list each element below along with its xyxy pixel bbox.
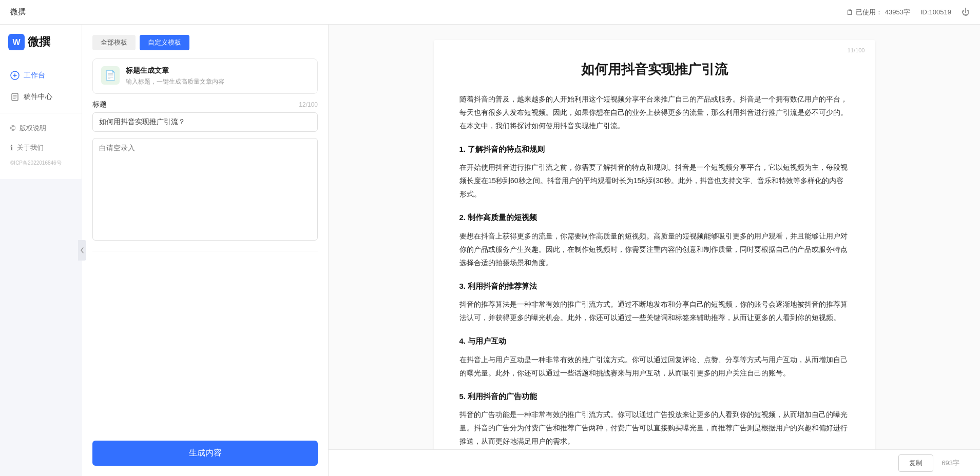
template-card-icon: 📄 [101,66,120,85]
article-section-para: 要想在抖音上获得更多的流量，你需要制作高质量的短视频。高质量的短视频能够吸引更多… [459,230,850,270]
template-tabs: 全部模板 自定义模板 [92,35,318,50]
word-count: 693字 [941,459,959,468]
right-panel: 11/100 如何用抖音实现推广引流 随着抖音的普及，越来越多的人开始利用这个短… [329,25,980,476]
sidebar-label-drafts: 稿件中心 [24,92,52,102]
sidebar-item-workbench[interactable]: 工作台 [0,65,82,86]
template-card-desc: 输入标题，一键生成高质量文章内容 [126,77,309,86]
tab-all-templates[interactable]: 全部模板 [92,35,136,50]
article-section-heading: 1. 了解抖音的特点和规则 [459,142,850,156]
title-count: 12/100 [299,101,318,108]
template-card-headline[interactable]: 📄 标题生成文章 输入标题，一键生成高质量文章内容 [92,58,318,94]
title-input[interactable] [92,112,318,132]
sidebar-item-about[interactable]: ℹ 关于我们 [0,138,82,157]
page-num: 11/100 [848,47,865,53]
copyright-icon: © [10,124,15,132]
logo-icon: W [8,34,25,50]
usage-icon: 🗒 [846,8,853,16]
article-section-para: 随着抖音的普及，越来越多的人开始利用这个短视频分享平台来推广自己的产品或服务。抖… [459,93,850,133]
content-area: 全部模板 自定义模板 📄 标题生成文章 输入标题，一键生成高质量文章内容 标题 … [82,25,980,476]
left-panel: 全部模板 自定义模板 📄 标题生成文章 输入标题，一键生成高质量文章内容 标题 … [82,25,329,476]
article-section-heading: 4. 与用户互动 [459,334,850,348]
divider [92,251,318,251]
collapse-btn[interactable] [78,240,86,261]
title-field-container: 标题 12/100 [92,100,318,132]
sidebar-bottom: © 版权说明 ℹ 关于我们 ©ICP备2022016846号 [0,113,82,179]
sidebar-logo: W 微撰 [0,25,82,60]
article-section-heading: 5. 利用抖音的广告功能 [459,389,850,404]
usage-count: 43953字 [885,8,910,17]
template-card-content: 标题生成文章 输入标题，一键生成高质量文章内容 [126,66,309,86]
sidebar: W 微撰 工作台 [0,25,82,179]
sidebar-item-copyright[interactable]: © 版权说明 [0,118,82,138]
sidebar-nav: 工作台 稿件中心 [0,60,82,113]
article-page: 11/100 如何用抖音实现推广引流 随着抖音的普及，越来越多的人开始利用这个短… [434,40,875,476]
workbench-icon [10,71,20,80]
sidebar-label-copyright: 版权说明 [20,124,46,133]
topbar-id: ID:100519 [920,8,951,16]
article-body: 随着抖音的普及，越来越多的人开始利用这个短视频分享平台来推广自己的产品或服务。抖… [459,93,850,448]
main-layout: W 微撰 工作台 [0,25,980,476]
template-card-title: 标题生成文章 [126,66,309,75]
title-label: 标题 [92,100,107,109]
about-icon: ℹ [10,144,13,152]
article-section-heading: 2. 制作高质量的短视频 [459,210,850,225]
article-title: 如何用抖音实现推广引流 [459,61,850,78]
power-icon[interactable]: ⏻ [962,8,970,17]
sidebar-container: W 微撰 工作台 [0,25,82,476]
topbar-right: 🗒 已使用： 43953字 ID:100519 ⏻ [846,8,970,17]
sidebar-copyright: ©ICP备2022016846号 [0,157,82,169]
copy-btn[interactable]: 复制 [898,454,933,472]
extra-textarea[interactable] [92,138,318,241]
right-panel-bottom: 复制 693字 [329,449,980,476]
article-section-heading: 3. 利用抖音的推荐算法 [459,279,850,293]
article-section-para: 抖音的广告功能是一种非常有效的推广引流方式。你可以通过广告投放来让更多的人看到你… [459,408,850,448]
logo-text: 微撰 [28,34,50,50]
topbar-title: 微撰 [10,7,26,17]
sidebar-label-about: 关于我们 [17,143,44,152]
generate-btn[interactable]: 生成内容 [92,441,318,466]
svg-text:W: W [12,38,21,47]
article-section-para: 在抖音上与用户互动是一种非常有效的推广引流方式。你可以通过回复评论、点赞、分享等… [459,353,850,380]
article-section-para: 抖音的推荐算法是一种非常有效的推广引流方式。通过不断地发布和分享自己的短视频，你… [459,298,850,325]
usage-label: 已使用： [856,8,882,17]
sidebar-label-workbench: 工作台 [24,71,45,80]
drafts-icon [10,92,20,102]
topbar-usage: 🗒 已使用： 43953字 [846,8,910,17]
article-section-para: 在开始使用抖音进行推广引流之前，你需要了解抖音的特点和规则。抖音是一个短视频分享… [459,161,850,201]
sidebar-item-drafts[interactable]: 稿件中心 [0,86,82,108]
topbar: 微撰 🗒 已使用： 43953字 ID:100519 ⏻ [0,0,980,25]
title-label-row: 标题 12/100 [92,100,318,109]
tab-custom-templates[interactable]: 自定义模板 [140,35,189,50]
